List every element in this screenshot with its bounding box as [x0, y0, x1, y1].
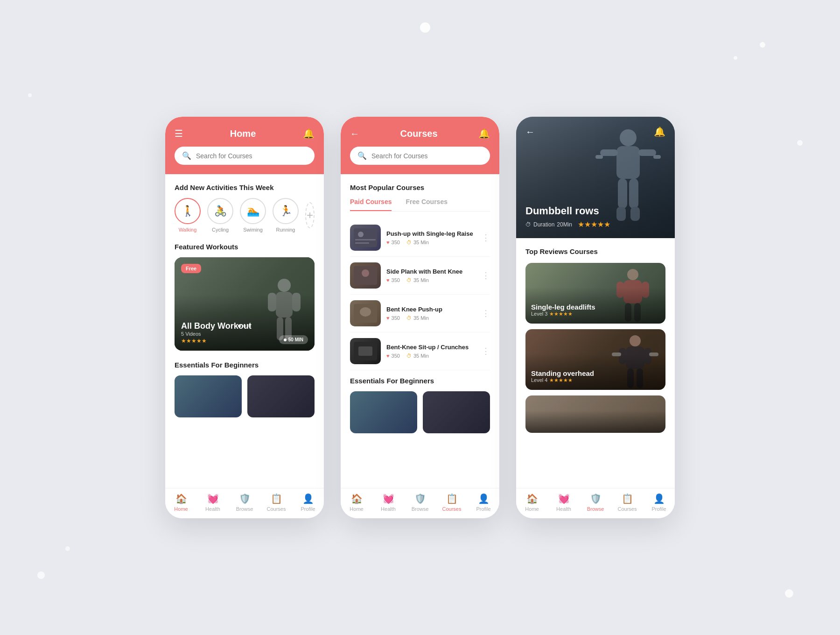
svg-rect-3	[292, 293, 301, 311]
svg-rect-1	[276, 292, 293, 318]
review-name-2: Standing overhead	[531, 369, 594, 377]
course-tabs: Paid Courses Free Courses	[350, 198, 490, 212]
more-options-4[interactable]: ⋮	[482, 346, 490, 356]
paid-courses-tab[interactable]: Paid Courses	[350, 198, 392, 211]
courses-essentials-1[interactable]	[350, 391, 417, 433]
more-options-1[interactable]: ⋮	[482, 233, 490, 243]
hero-title: Dumbbell rows	[525, 205, 610, 217]
activity-walking[interactable]: 🚶 Walking	[175, 198, 201, 233]
review-info-1: Single-leg deadlifts Level 3 ★★★★★	[531, 303, 595, 318]
course-meta-4: ♥ 350 ⏱ 35 Min	[386, 353, 476, 359]
nav-browse[interactable]: 🛡️ Browse	[229, 493, 260, 512]
cycling-circle: 🚴	[207, 198, 233, 224]
review-level-2: Level 4 ★★★★★	[531, 377, 594, 383]
featured-section-title: Featured Workouts	[175, 243, 315, 251]
home-header: ☰ Home 🔔 🔍	[165, 117, 324, 174]
free-courses-tab[interactable]: Free Courses	[406, 198, 447, 211]
detail-browse-icon: 🛡️	[590, 493, 602, 504]
duration-1: 35 Min	[413, 240, 429, 245]
courses-nav-icon: 📋	[271, 493, 282, 504]
activities-row: 🚶 Walking 🚴 Cycling 🏊 Swiming 🏃 Running …	[175, 198, 315, 233]
add-activity-button[interactable]: +	[305, 202, 315, 228]
activity-cycling[interactable]: 🚴 Cycling	[207, 198, 233, 233]
svg-point-11	[362, 269, 369, 277]
course-item-4[interactable]: Bent-Knee Sit-up / Crunches ♥ 350 ⏱ 35 M…	[350, 332, 490, 370]
home-title: Home	[230, 128, 256, 139]
nav-courses[interactable]: 📋 Courses	[260, 493, 292, 512]
detail-nav-courses[interactable]: 📋 Courses	[611, 493, 643, 512]
course-item-3[interactable]: Bent Knee Push-up ♥ 350 ⏱ 35 Min	[350, 295, 490, 332]
courses-search-bar[interactable]: 🔍	[350, 147, 490, 165]
running-circle: 🏃	[273, 198, 299, 224]
more-options-2[interactable]: ⋮	[482, 270, 490, 281]
essentials-thumb-1[interactable]	[175, 375, 242, 417]
health-nav-label: Health	[205, 506, 220, 512]
courses-header: ← Courses 🔔 🔍	[341, 117, 499, 174]
courses-nav-browse[interactable]: 🛡️ Browse	[404, 493, 436, 512]
heart-icon-4: ♥	[386, 353, 390, 359]
profile-nav-icon: 👤	[302, 493, 314, 504]
course-item-1[interactable]: Push-up with Single-leg Raise ♥ 350 ⏱ 35…	[350, 219, 490, 257]
essentials-thumb-2[interactable]	[247, 375, 315, 417]
nav-profile[interactable]: 👤 Profile	[292, 493, 324, 512]
featured-videos: 5 Videos	[181, 331, 252, 337]
more-options-3[interactable]: ⋮	[482, 308, 490, 318]
nav-home[interactable]: 🏠 Home	[165, 493, 197, 512]
detail-notification-icon[interactable]: 🔔	[654, 126, 665, 137]
courses-nav-health[interactable]: 💓 Health	[372, 493, 404, 512]
review-card-3[interactable]	[525, 395, 665, 433]
svg-rect-20	[595, 155, 603, 159]
course-thumb-3	[350, 300, 381, 326]
activity-running[interactable]: 🏃 Running	[273, 198, 299, 233]
menu-icon[interactable]: ☰	[175, 128, 183, 139]
course-item-2[interactable]: Side Plank with Bent Knee ♥ 350 ⏱ 35 Min	[350, 257, 490, 295]
detail-nav-home[interactable]: 🏠 Home	[516, 493, 548, 512]
courses-essentials-2[interactable]	[423, 391, 490, 433]
detail-nav-health[interactable]: 💓 Health	[548, 493, 580, 512]
nav-health[interactable]: 💓 Health	[197, 493, 229, 512]
course-name-1: Push-up with Single-leg Raise	[386, 230, 476, 237]
svg-rect-24	[616, 207, 626, 221]
review-card-2[interactable]: Standing overhead Level 4 ★★★★★	[525, 329, 665, 390]
home-bottom-nav: 🏠 Home 💓 Health 🛡️ Browse 📋 Courses 👤 Pr…	[165, 488, 324, 518]
svg-rect-18	[600, 149, 618, 156]
courses-browse-icon: 🛡️	[414, 493, 426, 504]
featured-stars: ★★★★★	[181, 338, 252, 344]
carousel-indicators	[238, 325, 251, 327]
cycling-label: Cycling	[212, 227, 229, 233]
clock-icon-hero: ⏱	[525, 221, 531, 228]
review-card-1[interactable]: Single-leg deadlifts Level 3 ★★★★★	[525, 263, 665, 324]
courses-search-input[interactable]	[371, 152, 483, 160]
courses-browse-label: Browse	[412, 506, 429, 512]
course-name-3: Bent Knee Push-up	[386, 306, 476, 313]
course-duration-4: ⏱ 35 Min	[406, 353, 429, 359]
courses-nav-courses[interactable]: 📋 Courses	[436, 493, 468, 512]
clock-icon-1: ⏱	[406, 240, 412, 245]
back-icon[interactable]: ←	[350, 128, 359, 139]
review-info-2: Standing overhead Level 4 ★★★★★	[531, 369, 594, 384]
search-icon: 🔍	[182, 151, 191, 160]
detail-nav-profile[interactable]: 👤 Profile	[643, 493, 675, 512]
hero-duration: ⏱ Duration 20Min	[525, 221, 572, 228]
review-name-1: Single-leg deadlifts	[531, 303, 595, 311]
course-thumb-svg-4	[351, 339, 379, 363]
notification-icon[interactable]: 🔔	[303, 128, 315, 139]
svg-rect-25	[630, 207, 640, 221]
courses-nav-home[interactable]: 🏠 Home	[341, 493, 372, 512]
courses-home-icon: 🏠	[351, 493, 363, 504]
likes-count-2: 350	[392, 277, 400, 283]
featured-workout-card[interactable]: Free All Body Workout 5 Videos ★★★★★ 50 …	[175, 257, 315, 351]
course-thumb-svg-2	[351, 264, 379, 287]
duration-4: 35 Min	[413, 353, 429, 359]
home-search-bar[interactable]: 🔍	[175, 147, 315, 165]
detail-nav-browse[interactable]: 🛡️ Browse	[580, 493, 611, 512]
activity-swimming[interactable]: 🏊 Swiming	[240, 198, 266, 233]
detail-profile-icon: 👤	[653, 493, 665, 504]
detail-back-icon[interactable]: ←	[525, 127, 535, 137]
svg-point-13	[360, 307, 371, 317]
courses-nav-profile[interactable]: 👤 Profile	[468, 493, 499, 512]
svg-rect-15	[358, 346, 372, 356]
courses-notification-icon[interactable]: 🔔	[478, 128, 490, 139]
running-label: Running	[276, 227, 295, 233]
home-search-input[interactable]	[196, 152, 307, 160]
